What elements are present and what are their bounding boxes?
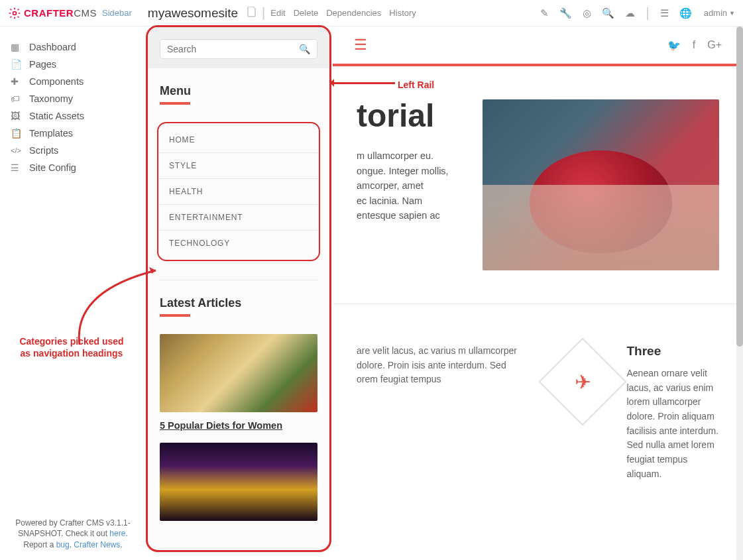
social-icons: 🐦 f G+ xyxy=(667,39,722,52)
target-icon[interactable]: ◎ xyxy=(583,7,591,19)
divider: | xyxy=(262,5,265,21)
rail-search[interactable]: 🔍 xyxy=(160,39,317,59)
menu-item-home[interactable]: HOME xyxy=(158,127,319,153)
feature-item: are velit lacus, ac varius m ullamcorper… xyxy=(357,344,525,482)
nav-site-config[interactable]: ☰Site Config xyxy=(0,159,146,176)
brand-text: CRAFTER xyxy=(24,7,74,19)
footer-text: Powered by Crafter CMS v3.1.1-SNAPSHOT. … xyxy=(0,518,146,551)
hero-image xyxy=(483,99,719,270)
hero-body: m ullamcorper eu. ongue. Integer mollis,… xyxy=(357,148,456,223)
page-icon: 📄 xyxy=(11,59,24,70)
latest-heading: Latest Articles xyxy=(160,296,317,310)
features-row: are velit lacus, ac varius m ullamcorper… xyxy=(333,304,743,508)
feature-icon-diamond: ✈ xyxy=(538,338,626,426)
svg-point-0 xyxy=(13,11,17,15)
facebook-icon[interactable]: f xyxy=(693,39,695,52)
article-image xyxy=(160,334,317,412)
feature-body: Aenean ornare velit lacus, ac varius eni… xyxy=(627,366,720,482)
vertical-scrollbar[interactable] xyxy=(736,27,743,560)
feature-body: are velit lacus, ac varius m ullamcorper… xyxy=(357,344,525,387)
google-plus-icon[interactable]: G+ xyxy=(707,39,722,52)
annotation-leftrail-label: Left Rail xyxy=(398,80,434,90)
action-history[interactable]: History xyxy=(389,8,416,18)
paper-plane-icon: ✈ xyxy=(574,370,591,394)
preview-header: ☰ 🐦 f G+ xyxy=(333,27,743,66)
menu-item-technology[interactable]: TECHNOLOGY xyxy=(158,231,319,256)
action-dependencies[interactable]: Dependencies xyxy=(326,8,381,18)
page-icon[interactable] xyxy=(247,7,257,19)
article-card[interactable]: 5 Popular Diets for Women xyxy=(148,334,329,443)
footer-link-here[interactable]: here xyxy=(109,529,125,538)
brand-suffix: CMS xyxy=(74,7,97,19)
footer-link-bug[interactable]: bug xyxy=(56,540,70,549)
divider: | xyxy=(646,5,649,21)
tag-icon: 🏷 xyxy=(11,93,24,104)
brand-logo[interactable]: CRAFTERCMS xyxy=(8,7,97,20)
article-title[interactable]: 5 Popular Diets for Women xyxy=(160,420,317,431)
search-input[interactable] xyxy=(167,44,299,54)
puzzle-icon: ✚ xyxy=(11,76,24,87)
feature-title: Three xyxy=(627,344,720,359)
nav-scripts[interactable]: </>Scripts xyxy=(0,142,146,159)
search-icon[interactable]: 🔍 xyxy=(602,7,614,19)
twitter-icon[interactable]: 🐦 xyxy=(667,39,681,52)
action-delete[interactable]: Delete xyxy=(294,8,319,18)
article-card[interactable] xyxy=(148,443,329,541)
globe-icon[interactable]: 🌐 xyxy=(679,7,692,19)
annotation-categories-label: Categories picked used as navigation hea… xyxy=(19,335,125,359)
menu-item-style[interactable]: STYLE xyxy=(158,153,319,179)
gear-icon xyxy=(8,7,21,20)
article-image xyxy=(160,443,317,521)
nav-pages[interactable]: 📄Pages xyxy=(0,56,146,73)
menu-categories-box: HOME STYLE HEALTH ENTERTAINMENT TECHNOLO… xyxy=(157,122,320,261)
nav-dashboard[interactable]: ▦Dashboard xyxy=(0,38,146,56)
user-menu[interactable]: admin▼ xyxy=(704,8,735,18)
sliders-icon: ☰ xyxy=(11,162,24,173)
annotation-arrow xyxy=(331,82,395,84)
scrollbar-thumb[interactable] xyxy=(736,27,743,347)
search-icon[interactable]: 🔍 xyxy=(299,44,310,54)
nav-components[interactable]: ✚Components xyxy=(0,73,146,90)
wrench-icon[interactable]: 🔧 xyxy=(559,7,572,19)
nav-static-assets[interactable]: 🖼Static Assets xyxy=(0,107,146,125)
sidebar-toggle[interactable]: Sidebar xyxy=(102,8,132,18)
menu-heading: Menu xyxy=(160,84,317,98)
hero-title: torial xyxy=(357,99,456,133)
template-icon: 📋 xyxy=(11,128,24,139)
pencil-icon[interactable]: ✎ xyxy=(540,7,549,19)
image-icon: 🖼 xyxy=(11,111,24,121)
left-rail-panel: 🔍 Menu HOME STYLE HEALTH ENTERTAINMENT T… xyxy=(146,25,331,552)
nav-templates[interactable]: 📋Templates xyxy=(0,125,146,142)
action-edit[interactable]: Edit xyxy=(270,8,285,18)
cloud-icon[interactable]: ☁ xyxy=(625,7,635,19)
menu-item-entertainment[interactable]: ENTERTAINMENT xyxy=(158,205,319,231)
footer-link-news[interactable]: Crafter News xyxy=(74,540,120,549)
hero-section: torial m ullamcorper eu. ongue. Integer … xyxy=(333,66,743,304)
site-name: myawesomesite xyxy=(148,6,238,21)
feature-three: ✈ Three Aenean ornare velit lacus, ac va… xyxy=(551,344,720,482)
hamburger-icon[interactable]: ☰ xyxy=(354,36,367,54)
nav-taxonomy[interactable]: 🏷Taxonomy xyxy=(0,90,146,107)
menu-icon[interactable]: ☰ xyxy=(660,7,669,19)
top-toolbar: CRAFTERCMS Sidebar myawesomesite | Edit … xyxy=(0,0,743,27)
code-icon: </> xyxy=(11,146,24,154)
dashboard-icon: ▦ xyxy=(11,42,24,52)
menu-item-health[interactable]: HEALTH xyxy=(158,179,319,205)
